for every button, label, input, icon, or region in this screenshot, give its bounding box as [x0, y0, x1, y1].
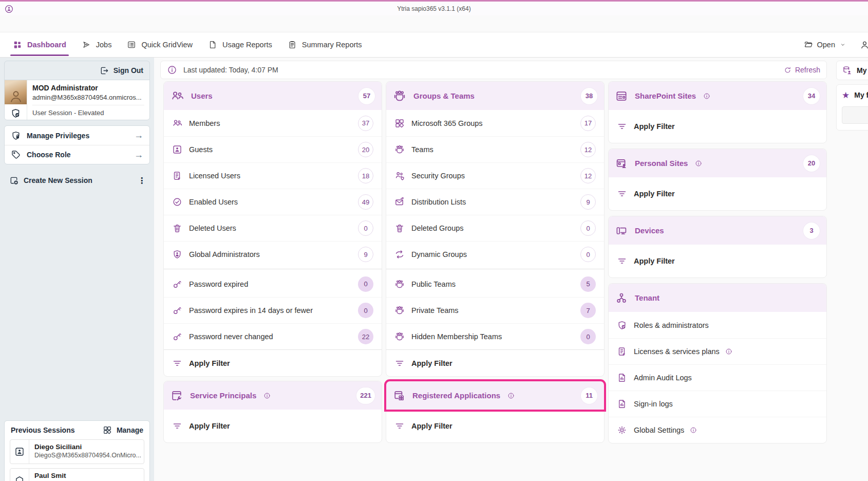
row-private-teams[interactable]: Private Teams 7	[386, 297, 604, 323]
members-icon	[172, 118, 182, 128]
users-apply-filter-button[interactable]: Apply Filter	[164, 349, 382, 376]
my-data-icon	[842, 65, 852, 76]
devices-count-badge: 3	[803, 223, 820, 239]
row-admin-audit-logs[interactable]: Admin Audit Logs	[609, 364, 826, 391]
envelope-icon	[394, 197, 405, 207]
filter-icon	[394, 358, 405, 368]
row-deleted-groups[interactable]: Deleted Groups 0	[386, 215, 604, 241]
row-teams[interactable]: Teams 12	[386, 136, 604, 162]
count-badge: 49	[358, 194, 373, 210]
row-security-groups[interactable]: Security Groups 12	[386, 162, 604, 189]
avatar-column	[5, 80, 27, 120]
count-badge: 20	[358, 142, 373, 157]
personal-sites-header[interactable]: Personal Sites 20	[609, 149, 826, 177]
tab-dashboard[interactable]: Dashboard	[5, 32, 74, 57]
devices-header[interactable]: Devices 3	[609, 216, 826, 245]
my-data-card[interactable]: My D	[836, 61, 868, 80]
service-principals-header[interactable]: Service Principals 221	[164, 381, 382, 410]
row-sign-in-logs[interactable]: Sign-in logs	[609, 391, 826, 417]
session-shield-check-icon	[10, 108, 21, 119]
personal-sites-apply-filter-button[interactable]: Apply Filter	[609, 177, 826, 210]
filter-icon	[617, 121, 627, 132]
favorites-search-input[interactable]	[842, 106, 868, 124]
sharepoint-sites-icon	[615, 90, 628, 102]
tab-jobs[interactable]: Jobs	[74, 32, 120, 57]
registered-applications-header[interactable]: Registered Applications 11	[386, 381, 604, 410]
row-members[interactable]: Members 37	[164, 110, 382, 136]
folder-icon	[804, 40, 813, 49]
choose-role-label: Choose Role	[27, 151, 71, 159]
tenant-header[interactable]: Tenant	[609, 284, 826, 312]
shield-person-icon	[172, 249, 182, 260]
service-principals-title: Service Principals	[190, 391, 256, 400]
row-m365-groups[interactable]: Microsoft 365 Groups 17	[386, 110, 604, 136]
check-circle-icon	[172, 197, 182, 207]
groups-teams-header[interactable]: Groups & Teams 38	[386, 82, 604, 110]
sharepoint-apply-filter-button[interactable]: Apply Filter	[609, 110, 826, 143]
teams-icon	[394, 144, 405, 155]
create-new-session-button[interactable]: Create New Session ⋮	[4, 172, 150, 189]
tag-icon	[11, 150, 21, 160]
users-card-header[interactable]: Users 57	[164, 82, 382, 110]
last-updated-text: Last updated: Today, 4:07 PM	[183, 66, 278, 74]
session-user-name: Paul Smit	[34, 472, 66, 479]
info-icon	[725, 348, 732, 355]
row-hidden-membership-teams[interactable]: Hidden Membership Teams 0	[386, 323, 604, 349]
tab-quick-gridview[interactable]: Quick GridView	[119, 32, 200, 57]
key-icon	[172, 279, 182, 289]
section-divider	[386, 269, 604, 269]
groups-apply-filter-button[interactable]: Apply Filter	[386, 349, 604, 376]
info-icon	[507, 392, 515, 399]
row-guests[interactable]: Guests 20	[164, 136, 382, 162]
row-global-settings[interactable]: Global Settings	[609, 417, 826, 443]
row-enabled-users[interactable]: Enabled Users 49	[164, 189, 382, 215]
choose-role-button[interactable]: Choose Role →	[5, 145, 149, 164]
row-public-teams[interactable]: Public Teams 5	[386, 271, 604, 297]
row-password-never-changed[interactable]: Password never changed 22	[164, 323, 382, 349]
personal-sites-count-badge: 20	[803, 155, 820, 172]
sign-out-button[interactable]: Sign Out	[5, 61, 149, 80]
tab-usage-reports[interactable]: Usage Reports	[200, 32, 280, 57]
session-item-paul[interactable]: Paul Smit	[10, 468, 144, 481]
sharepoint-sites-header[interactable]: SharePoint Sites 34	[609, 82, 826, 110]
person-box-icon	[10, 440, 29, 464]
row-password-expired[interactable]: Password expired 0	[164, 271, 382, 297]
row-password-expires-14[interactable]: Password expires in 14 days or fewer 0	[164, 297, 382, 323]
count-badge: 7	[580, 303, 596, 318]
row-roles-administrators[interactable]: Roles & administrators	[609, 312, 826, 338]
session-item-diego[interactable]: Diego Siciliani DiegoS@M365x88704954.OnM…	[10, 439, 144, 464]
row-global-administrators[interactable]: Global Administrators 9	[164, 241, 382, 267]
count-badge: 0	[580, 247, 596, 262]
manage-privileges-button[interactable]: Manage Privileges →	[5, 126, 149, 145]
row-distribution-lists[interactable]: Distribution Lists 9	[386, 189, 604, 215]
row-dynamic-groups[interactable]: Dynamic Groups 0	[386, 241, 604, 267]
row-licensed-users[interactable]: Licensed Users 18	[164, 162, 382, 189]
column-sites-tenant: SharePoint Sites 34 Apply Filter Persona…	[608, 81, 827, 443]
count-badge: 9	[580, 194, 596, 210]
service-principals-apply-filter-button[interactable]: Apply Filter	[164, 410, 382, 442]
tab-label: Summary Reports	[302, 41, 362, 49]
refresh-icon	[784, 66, 791, 74]
tab-summary-reports[interactable]: Summary Reports	[280, 32, 370, 57]
arrow-right-icon: →	[134, 150, 143, 160]
manage-privileges-label: Manage Privileges	[27, 132, 89, 140]
dashboard-main: Last updated: Today, 4:07 PM Refresh Use…	[154, 58, 833, 481]
create-new-session-label: Create New Session	[24, 176, 92, 184]
account-person-icon[interactable]	[860, 40, 868, 50]
row-deleted-users[interactable]: Deleted Users 0	[164, 215, 382, 241]
info-icon	[690, 427, 697, 434]
my-favorites-card[interactable]: ★ My f	[836, 84, 868, 131]
refresh-button[interactable]: Refresh	[784, 66, 820, 74]
count-badge: 18	[358, 168, 373, 183]
manage-sessions-button[interactable]: Manage	[103, 425, 143, 435]
row-licenses-services-plans[interactable]: Licenses & services plans	[609, 338, 826, 364]
dynamic-groups-icon	[394, 249, 405, 260]
info-icon	[263, 392, 271, 399]
devices-apply-filter-button[interactable]: Apply Filter	[609, 245, 826, 278]
count-badge: 22	[358, 329, 373, 344]
filter-icon	[617, 256, 627, 266]
kebab-menu-icon[interactable]: ⋮	[138, 176, 145, 186]
open-button[interactable]: Open	[804, 40, 846, 49]
registered-applications-apply-filter-button[interactable]: Apply Filter	[386, 410, 604, 442]
key-icon	[172, 331, 182, 342]
